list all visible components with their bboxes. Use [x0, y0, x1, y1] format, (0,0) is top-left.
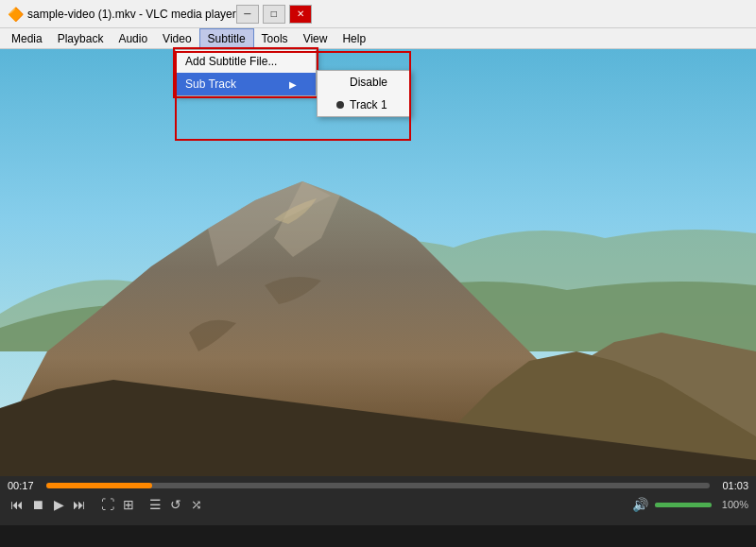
title-bar: 🔶 sample-video (1).mkv - VLC media playe…	[0, 0, 756, 28]
skip-back-button[interactable]: ⏮	[8, 495, 26, 514]
menu-audio[interactable]: Audio	[111, 28, 155, 48]
window-controls: ─ □ ✕	[236, 5, 312, 24]
menu-view[interactable]: View	[296, 28, 335, 48]
menu-video[interactable]: Video	[155, 28, 198, 48]
disable-dot-placeholder	[336, 78, 344, 86]
extra-controls: ☰ ↺ ⤮	[146, 495, 206, 514]
stop-button[interactable]: ⏹	[28, 495, 47, 514]
menu-help[interactable]: Help	[335, 28, 373, 48]
time-elapsed: 00:17	[8, 480, 41, 491]
volume-label: 100%	[715, 499, 748, 510]
maximize-button[interactable]: □	[263, 5, 285, 24]
subtitle-dropdown: Add Subtitle File... Sub Track ▶	[175, 49, 317, 96]
time-total: 01:03	[715, 480, 748, 491]
transport-controls: ⏮ ⏹ ▶ ⏭	[8, 495, 89, 514]
view-controls: ⛶ ⊞	[98, 495, 138, 514]
volume-control: 🔊 100%	[629, 495, 748, 514]
volume-icon[interactable]: 🔊	[629, 495, 651, 514]
playlist-button[interactable]: ☰	[146, 495, 164, 514]
fullscreen-button[interactable]: ⛶	[98, 495, 117, 514]
volume-bar[interactable]	[655, 503, 712, 507]
window-title: sample-video (1).mkv - VLC media player	[27, 8, 236, 21]
disable-item[interactable]: Disable	[318, 71, 410, 94]
menu-playback[interactable]: Playback	[50, 28, 112, 48]
close-button[interactable]: ✕	[289, 5, 312, 24]
skip-forward-button[interactable]: ⏭	[70, 495, 89, 514]
playback-controls: ⏮ ⏹ ▶ ⏭ ⛶ ⊞ ☰ ↺ ⤮ 🔊 100%	[8, 495, 748, 514]
menu-bar: Media Playback Audio Video Subtitle Tool…	[0, 28, 756, 49]
track1-selected-dot	[336, 101, 344, 109]
vlc-icon: 🔶	[8, 7, 24, 22]
sub-track-arrow: ▶	[289, 79, 297, 90]
menu-tools[interactable]: Tools	[254, 28, 296, 48]
random-button[interactable]: ⤮	[187, 495, 206, 514]
controls-bar: 00:17 01:03 ⏮ ⏹ ▶ ⏭ ⛶ ⊞ ☰ ↺ ⤮ 🔊 100%	[0, 476, 756, 525]
track1-item[interactable]: Track 1	[318, 94, 410, 116]
sub-track-item[interactable]: Sub Track ▶	[176, 73, 316, 95]
progress-bar[interactable]	[46, 483, 710, 488]
add-subtitle-file-item[interactable]: Add Subtitle File...	[176, 50, 316, 73]
minimize-button[interactable]: ─	[236, 5, 259, 24]
menu-media[interactable]: Media	[4, 28, 50, 48]
subtrack-flyout: Disable Track 1	[317, 70, 411, 117]
progress-bar-fill	[46, 483, 152, 488]
play-pause-button[interactable]: ▶	[49, 495, 68, 514]
menu-subtitle[interactable]: Subtitle	[199, 28, 254, 48]
volume-bar-fill	[655, 503, 712, 507]
progress-area: 00:17 01:03	[8, 480, 748, 491]
extended-button[interactable]: ⊞	[119, 495, 138, 514]
loop-button[interactable]: ↺	[166, 495, 185, 514]
